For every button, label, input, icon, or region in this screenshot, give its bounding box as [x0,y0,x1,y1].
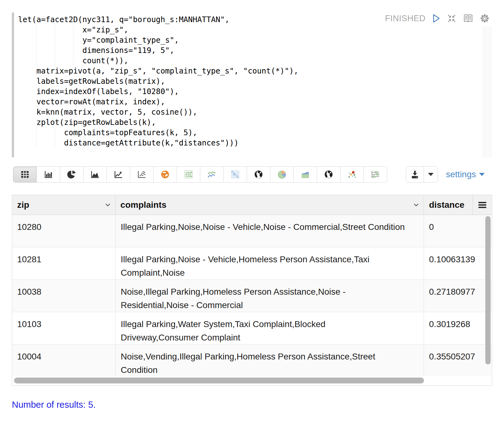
column-header-complaints[interactable]: complaints [115,195,424,215]
column-header-distance[interactable]: distance [424,195,473,215]
results-table: zip complaints distance [12,195,492,386]
line-chart-button[interactable] [107,166,130,183]
column-label: distance [429,200,464,210]
multi-line-chart-icon [206,169,217,180]
cell-zip: 10281 [12,247,115,279]
stream-area-icon [300,169,311,180]
cell-complaints: Noise,Illegal Parking,Homeless Person As… [115,280,424,312]
column-label: complaints [121,200,167,210]
results-count-label: Number of results: 5. [12,400,96,410]
download-icon [410,169,420,180]
chevron-down-icon[interactable] [414,203,419,207]
paragraph-status-row: FINISHED [385,13,490,24]
gear-icon [480,13,490,23]
table-horizontal-scrollbar-track [12,376,492,385]
table-header: zip complaints distance [12,195,492,215]
cell-zip: 10038 [12,280,115,312]
pie-chart-icon [66,169,77,180]
hamburger-menu-icon [478,202,487,208]
pie-chart-button[interactable] [60,166,83,183]
cell-complaints: Noise,Vending,Illegal Parking,Homeless P… [115,345,424,376]
run-icon [431,13,441,23]
globe-dark-icon [253,169,264,180]
pie-colored-icon [277,169,287,180]
shrink-paragraph-button[interactable] [447,13,457,23]
table-row: 10280Illegal Parking,Noise,Noise - Vehic… [12,215,492,247]
status-label: FINISHED [385,14,426,23]
run-button[interactable] [431,13,441,23]
download-button[interactable] [406,166,424,183]
indent-guide [55,127,55,148]
table-row: 10281Illegal Parking,Noise - Vehicle,Hom… [12,247,492,280]
table-body: 10280Illegal Parking,Noise,Noise - Vehic… [12,215,492,376]
table-vertical-scrollbar[interactable] [485,216,491,364]
cell-distance: 0.10063139 [424,247,492,279]
scatter-chart-button[interactable] [130,166,154,183]
visualization-toolbar: settings [13,166,492,183]
settings-caret-icon [479,173,485,176]
cell-complaints: Illegal Parking,Water System,Taxi Compla… [115,312,424,344]
line-chart-icon [113,169,124,180]
globe-dark-2-icon [323,169,334,180]
bubble-scatter-viz-button[interactable] [340,166,364,183]
bubble-scatter-icon [347,169,357,180]
cell-complaints: Illegal Parking,Noise - Vehicle,Homeless… [115,247,424,279]
cell-distance: 0 [424,215,492,247]
download-button-group [406,166,438,183]
book-icon [463,13,474,24]
sliders-icon [370,169,381,180]
editor-gutter [12,12,14,157]
map-viz-button[interactable] [153,166,177,183]
stream-area-viz-button[interactable] [293,166,317,183]
column-header-zip[interactable]: zip [12,195,115,215]
dot-grid-icon [183,169,194,180]
settings-label: settings [446,169,476,179]
code-text[interactable]: let(a=facet2D(nyc311, q="borough_s:MANHA… [14,12,482,157]
table-icon [20,169,30,180]
column-menu-button[interactable] [473,195,492,215]
cell-distance: 0.35505207 [424,345,492,376]
indent-guide [36,127,37,148]
map-globe-orange-icon [160,169,170,180]
pie-colored-viz-button[interactable] [270,166,294,183]
dot-grid-viz-button[interactable] [177,166,200,183]
cell-complaints: Illegal Parking,Noise,Noise - Vehicle,No… [115,215,424,247]
globe-viz-button-1[interactable] [247,166,270,183]
indent-guide [73,25,74,66]
table-view-button[interactable] [13,166,37,183]
cell-distance: 0.3019268 [424,312,492,344]
globe-viz-button-2[interactable] [317,166,340,183]
area-chart-icon [90,169,100,180]
editor-scrollbar[interactable] [483,26,492,157]
cell-zip: 10280 [12,215,115,247]
table-row: 10004Noise,Vending,Illegal Parking,Homel… [12,345,492,376]
gear-button[interactable] [480,13,490,23]
download-options-button[interactable] [424,166,438,183]
bar-chart-button[interactable] [36,166,60,183]
heatmap-icon [230,169,240,180]
cell-zip: 10004 [12,345,115,376]
code-editor[interactable]: let(a=facet2D(nyc311, q="borough_s:MANHA… [12,12,492,157]
indent-guide [55,25,55,66]
settings-link[interactable]: settings [446,169,485,179]
bar-chart-icon [43,169,54,180]
book-button[interactable] [463,13,474,24]
multi-line-chart-button[interactable] [200,166,224,183]
heatmap-viz-button[interactable] [223,166,247,183]
cell-zip: 10103 [12,312,115,344]
sliders-viz-button[interactable] [364,166,387,183]
table-horizontal-scrollbar[interactable] [14,378,424,383]
cell-distance: 0.27180977 [424,280,492,312]
scatter-chart-icon [136,169,147,180]
indent-guide [36,25,37,66]
caret-down-icon [428,173,434,176]
notebook-paragraph: let(a=facet2D(nyc311, q="borough_s:MANHA… [12,12,492,428]
table-row: 10103Illegal Parking,Water System,Taxi C… [12,312,492,345]
chevron-down-icon[interactable] [105,203,110,207]
area-chart-button[interactable] [83,166,107,183]
viz-button-group [13,166,387,183]
shrink-paragraph-icon [447,13,457,23]
table-row: 10038Noise,Illegal Parking,Homeless Pers… [12,280,492,312]
column-label: zip [17,200,29,210]
